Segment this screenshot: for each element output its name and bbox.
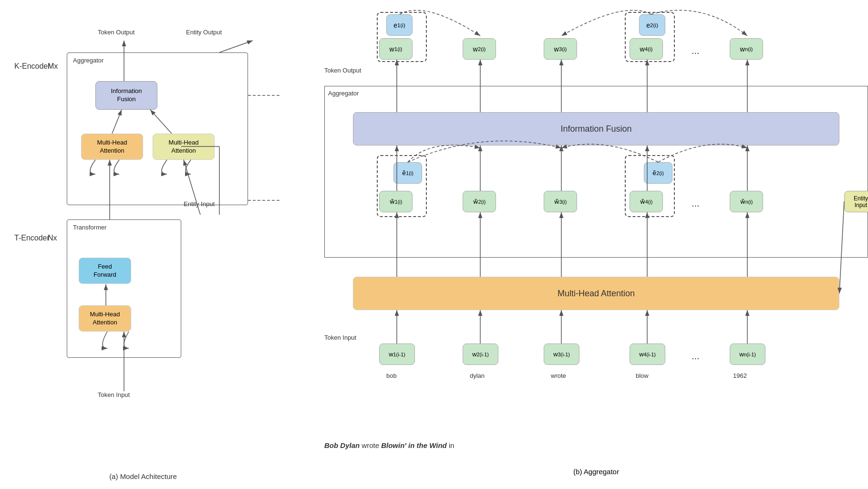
right-diagram: Token Output w1(i) w2(i) w3(i) w4(i) ...… — [310, 10, 854, 448]
word-1962: 1962 — [733, 372, 747, 379]
feed-forward-node: Feed Forward — [79, 258, 131, 284]
w3-tilde-node: w̃3(i) — [544, 191, 577, 212]
dashed-box-mid-left — [377, 155, 427, 217]
word-dylan: dylan — [470, 372, 485, 379]
dashed-box-top-right — [625, 12, 675, 62]
k-encoder-label: K-Encoder — [14, 62, 51, 71]
dots-tilde: ... — [692, 198, 700, 209]
token-output-right: Token Output — [324, 67, 361, 74]
right-panel: Token Output w1(i) w2(i) w3(i) w4(i) ...… — [310, 10, 854, 479]
info-fusion-node: Information Fusion — [95, 81, 157, 110]
dots-input: ... — [692, 351, 700, 362]
token-output-label-left: Token Output — [98, 29, 134, 36]
caption-left: (a) Model Achitecture — [72, 472, 215, 480]
word-blow: blow — [636, 372, 649, 379]
w3-output-node: w3(i) — [544, 38, 577, 60]
nx-label: Nx — [48, 234, 57, 242]
aggregator-box: Aggregator — [67, 52, 248, 205]
mha-right-node: Multi-Head Attention — [153, 134, 215, 160]
w3-input-node: w3(i-1) — [544, 343, 579, 365]
t-encoder-label: T-Encoder — [14, 234, 50, 242]
wn-tilde-node: w̃n(i) — [730, 191, 763, 212]
svg-line-8 — [219, 41, 253, 52]
w1-input-node: w1(i-1) — [379, 343, 415, 365]
info-fusion-bar: Information Fusion — [353, 112, 839, 146]
agg-right-label: Aggregator — [328, 90, 359, 97]
w2-output-node: w2(i) — [463, 38, 496, 60]
mha-left-node: Multi-Head Attention — [81, 134, 143, 160]
wn-input-node: wn(i-1) — [730, 343, 765, 365]
entity-input-right-node: EntityInput — [844, 191, 868, 212]
caption-right-text: (b) Aggregator — [453, 468, 739, 476]
bob-dylan-span: Bob Dylan — [324, 441, 360, 449]
mha-transformer-node: Multi-Head Attention — [79, 305, 131, 332]
left-panel: Token Output Entity Output K-Encoder Mx … — [14, 10, 291, 479]
left-diagram: Token Output Entity Output K-Encoder Mx … — [14, 14, 291, 444]
transformer-box: Transformer — [67, 219, 181, 358]
sentence-label: Bob Dylan wrote Blowin' in the Wind in — [324, 441, 455, 449]
dashed-box-mid-right — [625, 155, 675, 217]
main-container: Token Output Entity Output K-Encoder Mx … — [0, 0, 868, 489]
wn-output-node: wn(i) — [730, 38, 763, 60]
w2-input-node: w2(i-1) — [463, 343, 498, 365]
mha-bar: Multi-Head Attention — [353, 277, 839, 310]
entity-input-label: Entity Input — [184, 200, 215, 208]
blowin-span: Blowin' in the Wind — [381, 441, 447, 449]
w4-input-node: w4(i-1) — [630, 343, 665, 365]
dashed-box-top-left — [377, 12, 427, 62]
word-bob: bob — [386, 372, 397, 379]
token-input-label-left: Token Input — [98, 391, 130, 398]
word-wrote: wrote — [551, 372, 566, 379]
token-input-right: Token Input — [324, 334, 356, 341]
mx-label: Mx — [48, 62, 58, 71]
entity-output-label: Entity Output — [186, 29, 222, 36]
aggregator-box-label: Aggregator — [73, 57, 103, 64]
transformer-box-label: Transformer — [73, 224, 106, 231]
dots-output: ... — [692, 45, 700, 56]
w2-tilde-node: w̃2(i) — [463, 191, 496, 212]
